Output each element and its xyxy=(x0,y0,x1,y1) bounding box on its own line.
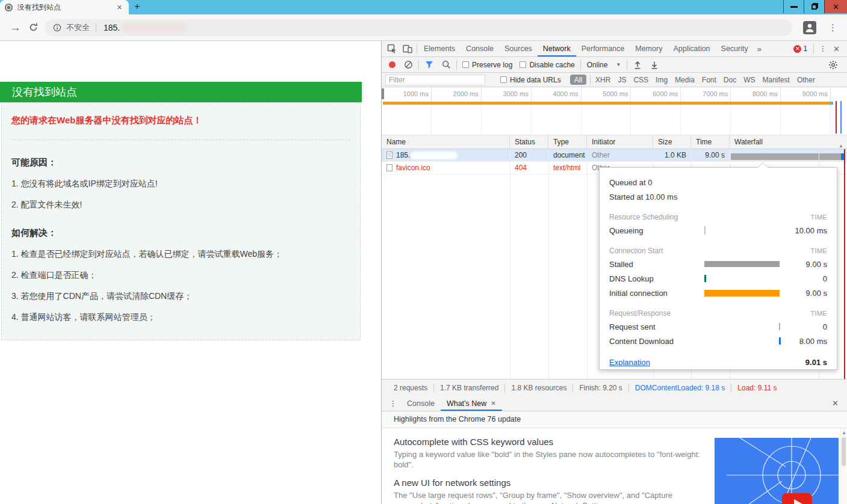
tab-application[interactable]: Application xyxy=(668,41,715,57)
timing-row-initial-connection: Initial connection 9.00 s xyxy=(609,286,827,300)
more-tabs-button[interactable]: » xyxy=(754,45,765,54)
tab-elements[interactable]: Elements xyxy=(418,41,461,57)
new-tab-button[interactable]: + xyxy=(129,0,146,14)
scrollbar-thumb[interactable] xyxy=(842,437,846,466)
ruler-tick: 1000 ms xyxy=(382,87,432,101)
column-time[interactable]: Time xyxy=(691,135,730,149)
throttling-dropdown[interactable]: Online ▼ xyxy=(583,61,625,69)
filter-type-all[interactable]: All xyxy=(570,75,586,85)
column-divider[interactable] xyxy=(510,149,510,379)
tab-network[interactable]: Network xyxy=(538,41,576,57)
filter-type-xhr[interactable]: XHR xyxy=(592,76,614,84)
clear-button[interactable] xyxy=(400,58,416,72)
drawer-tab-console[interactable]: Console xyxy=(401,396,441,411)
filter-type-media[interactable]: Media xyxy=(671,76,698,84)
inspect-element-button[interactable] xyxy=(384,41,400,56)
devtools-close-button[interactable]: ✕ xyxy=(831,45,845,54)
record-button[interactable] xyxy=(389,61,396,68)
timing-row-stalled: Stalled 9.00 s xyxy=(609,257,827,271)
column-initiator[interactable]: Initiator xyxy=(587,135,653,149)
search-button[interactable] xyxy=(438,58,454,72)
column-waterfall[interactable]: Waterfall ▲ xyxy=(730,135,847,149)
column-divider[interactable] xyxy=(548,149,549,379)
window-minimize-button[interactable] xyxy=(783,0,804,13)
explanation-link[interactable]: Explanation xyxy=(609,358,650,367)
url-bar[interactable]: 不安全 185. xyxy=(45,19,792,36)
import-har-button[interactable] xyxy=(630,58,645,72)
filter-toggle-button[interactable] xyxy=(421,58,437,72)
whats-new-header: Highlights from the Chrome 76 update xyxy=(382,411,847,428)
filter-input[interactable] xyxy=(385,75,485,85)
filter-type-js[interactable]: JS xyxy=(614,76,630,84)
export-har-button[interactable] xyxy=(647,58,662,72)
timeline-ruler[interactable]: 1000 ms 2000 ms 3000 ms 4000 ms 5000 ms … xyxy=(382,87,847,101)
tab-memory[interactable]: Memory xyxy=(630,41,668,57)
drawer-menu-button[interactable]: ⋮ xyxy=(385,396,401,411)
timing-bar xyxy=(704,289,784,297)
time-column-label: TIME xyxy=(784,214,827,221)
ruler-tick: 8000 ms xyxy=(731,87,781,101)
ruler-tick: 6000 ms xyxy=(631,87,681,101)
error-count-badge[interactable]: ✕ 1 xyxy=(793,45,807,53)
play-button-icon[interactable] xyxy=(782,493,812,504)
scroll-up-icon[interactable]: ▲ xyxy=(841,430,847,435)
column-status[interactable]: Status xyxy=(510,135,548,149)
tab-security[interactable]: Security xyxy=(716,41,754,57)
file-icon xyxy=(386,164,392,171)
table-row[interactable]: 185. 200 document Other 1.0 KB 9.00 s xyxy=(382,149,847,162)
reload-button[interactable] xyxy=(28,22,39,32)
disable-cache-checkbox[interactable]: Disable cache xyxy=(517,61,577,69)
tab-sources[interactable]: Sources xyxy=(499,41,538,57)
scrollbar[interactable]: ▲ xyxy=(840,428,847,504)
ruler-tick: 4000 ms xyxy=(532,87,582,101)
forward-button[interactable]: → xyxy=(10,21,21,34)
filter-type-img[interactable]: Img xyxy=(652,76,671,84)
drawer-close-button[interactable]: ✕ xyxy=(830,399,843,408)
waterfall-bar[interactable] xyxy=(731,153,845,160)
browser-tab[interactable]: 没有找到站点 ✕ xyxy=(0,0,129,14)
reason-item: 1. 您没有将此域名或IP绑定到对应站点! xyxy=(11,179,350,189)
tab-console[interactable]: Console xyxy=(461,41,499,57)
network-settings-button[interactable] xyxy=(825,58,841,72)
overview-handle[interactable] xyxy=(382,88,384,99)
filter-type-font[interactable]: Font xyxy=(698,76,720,84)
filter-type-css[interactable]: CSS xyxy=(630,76,652,84)
finish-time: Finish: 9.20 s xyxy=(573,384,628,392)
tab-performance[interactable]: Performance xyxy=(576,41,630,57)
tab-close-icon[interactable]: ✕ xyxy=(115,4,124,11)
request-type: text/html xyxy=(548,162,587,174)
network-summary-bar: 2 requests 1.7 KB transferred 1.8 KB res… xyxy=(382,379,847,396)
device-toolbar-button[interactable] xyxy=(400,41,415,56)
devtools-menu-button[interactable]: ⋮ xyxy=(815,41,831,56)
browser-menu-button[interactable]: ⋮ xyxy=(825,22,841,33)
url-redacted-blur xyxy=(121,22,187,32)
column-type[interactable]: Type xyxy=(548,135,587,149)
video-thumbnail[interactable]: ne xyxy=(715,438,839,504)
profile-avatar[interactable] xyxy=(803,21,816,34)
ruler-tick: 3000 ms xyxy=(482,87,532,101)
hide-data-urls-checkbox[interactable]: Hide data URLs xyxy=(497,76,564,84)
tab-close-icon[interactable]: ✕ xyxy=(491,400,495,407)
column-name[interactable]: Name xyxy=(382,135,510,149)
window-maximize-button[interactable] xyxy=(804,0,824,13)
filter-type-ws[interactable]: WS xyxy=(740,76,759,84)
window-close-button[interactable]: ✕ xyxy=(824,0,847,13)
webpage-viewport: 没有找到站点 您的请求在Web服务器中没有找到对应的站点！ 可能原因： 1. 您… xyxy=(0,41,381,504)
search-icon xyxy=(442,60,451,69)
drawer-tab-whats-new[interactable]: What's New ✕ xyxy=(441,396,502,411)
timing-row-queueing: Queueing 10.00 ms xyxy=(609,223,827,238)
column-divider[interactable] xyxy=(587,149,588,379)
ruler-tick: 2000 ms xyxy=(432,87,482,101)
info-icon xyxy=(53,23,61,32)
preserve-log-checkbox[interactable]: Preserve log xyxy=(459,61,515,69)
filter-type-doc[interactable]: Doc xyxy=(720,76,740,84)
network-overview[interactable] xyxy=(382,101,847,135)
waterfall-label: Waterfall xyxy=(734,138,763,146)
section-request-response: Request/Response TIME xyxy=(609,307,827,319)
toolbar-separator xyxy=(627,60,627,70)
request-name-redacted-blur xyxy=(411,152,458,159)
filter-type-other[interactable]: Other xyxy=(793,76,819,84)
filter-type-manifest[interactable]: Manifest xyxy=(759,76,793,84)
column-size[interactable]: Size xyxy=(653,135,691,149)
started-at: Started at 10.00 ms xyxy=(609,189,827,204)
